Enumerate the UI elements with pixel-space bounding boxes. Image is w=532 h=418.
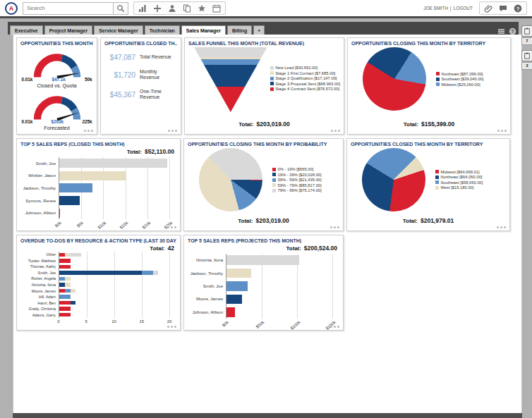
search-icon <box>116 4 125 13</box>
bar-segment <box>59 253 65 257</box>
clipboard-icon[interactable] <box>521 25 532 37</box>
search-input[interactable] <box>23 3 113 14</box>
x-axis-tick-label: $50k <box>255 320 265 329</box>
bar-row <box>59 300 169 306</box>
calendar-icon[interactable] <box>212 4 221 13</box>
bottom-scroll-strip[interactable] <box>13 413 522 418</box>
legend-label: New Lead [$30,652.00] <box>275 66 318 70</box>
tab-project-manager[interactable]: Project Manager <box>44 25 92 35</box>
tab-technician[interactable]: Technician <box>145 25 180 35</box>
metrics-list[interactable]: $47,087Total Revenue$1,720Monthly Revenu… <box>104 54 177 101</box>
metric-row: $1,720Monthly Revenue <box>106 69 176 81</box>
legend-chip <box>272 168 276 171</box>
tab-executive[interactable]: Executive <box>10 25 43 35</box>
bar-segment <box>59 277 65 281</box>
pie-wrap: Northeast [$87,099.00]Southeast [$39,040… <box>351 47 507 111</box>
legend-label: Northeast [$64,050.00] <box>441 175 483 179</box>
legend-label: 39% - 59% [$21,435.00] <box>278 178 322 182</box>
widget-menu-dots[interactable] <box>330 226 339 228</box>
legend-item: Midwest [$29,260.00] <box>436 82 483 87</box>
add-tab-button[interactable]: + <box>253 25 265 35</box>
widget-closing-by-probability: OPPORTUNITIES CLOSING THIS MONTH BY PROB… <box>183 138 344 231</box>
pie-chart[interactable]: 0% - 19% [$565.00]19% - 39% [$20,028.00]… <box>188 148 339 211</box>
total-line: Total:$155,399.00 <box>348 121 510 128</box>
user-name[interactable]: JOE SMITH <box>423 6 448 11</box>
stacked-bar-chart[interactable]: OtherTucker, MatthewThomas, KathySmith, … <box>20 252 176 328</box>
stacked-bar <box>59 301 169 305</box>
stacked-bar <box>59 313 169 316</box>
bar-row <box>59 252 169 258</box>
legend-chip <box>436 72 440 75</box>
pie-chart[interactable]: Northeast [$87,099.00]Southeast [$39,040… <box>351 47 507 111</box>
svg-text:?: ? <box>512 29 514 34</box>
x-axis-tick-label: 15 <box>139 319 144 324</box>
top-bar: A JOE SMITH | LOGOUT ? <box>0 0 532 16</box>
legend-chip <box>270 82 274 85</box>
x-axis-ticks: $0k$50k$100k$150k <box>226 319 332 328</box>
pie-circle <box>363 47 426 111</box>
tab-billing[interactable]: Billing <box>227 25 252 35</box>
bar-segment <box>59 259 71 262</box>
widget-menu-dots[interactable] <box>330 326 339 328</box>
hbar-wrap: Smith, JoeWinkler, JasonJackson, Timothy… <box>20 157 176 229</box>
gauge-max-label: 50k <box>85 77 92 82</box>
bar-chart[interactable]: Ninivirta, IlonaJackson, TimothySmith, J… <box>188 254 339 328</box>
x-axis-tick-label: $10k <box>97 221 107 230</box>
y-axis-label: Tucker, Matthew <box>20 258 59 264</box>
logout-link[interactable]: LOGOUT <box>454 6 473 11</box>
user-menu: JOE SMITH | LOGOUT <box>423 6 473 11</box>
dock-badge: 7 <box>521 37 532 45</box>
y-axis-label: Other <box>20 252 59 258</box>
widget-menu-dots[interactable] <box>167 226 176 228</box>
bar-row <box>59 195 169 207</box>
widget-menu-dots[interactable] <box>497 226 506 228</box>
widget-menu-dots[interactable] <box>497 130 507 132</box>
copy-icon[interactable] <box>183 4 191 13</box>
search-button[interactable] <box>113 3 128 14</box>
plot-area <box>226 254 332 319</box>
legend-item: 39% - 59% [$21,435.00] <box>272 178 322 182</box>
widget-menu-dots[interactable] <box>331 130 340 132</box>
legend-label: 19% - 39% [$20,028.00] <box>278 173 322 177</box>
autotask-logo[interactable]: A <box>5 2 18 15</box>
legend-chip <box>272 173 276 176</box>
total-line: Total:$201,979.01 <box>347 217 509 224</box>
tab-service-manager[interactable]: Service Manager <box>94 25 143 35</box>
chart-legend: Midwest [$64,699.01]Northeast [$64,050.0… <box>435 170 483 190</box>
legend-item: Stage 4 Contract Sent [$78,572.00] <box>270 87 340 91</box>
widget-menu-dots[interactable] <box>167 326 176 328</box>
bar-row <box>226 306 332 319</box>
legend-chip <box>435 186 439 190</box>
clipboard-icon[interactable] <box>521 50 532 61</box>
x-axis-tick-label: $5k <box>76 221 84 228</box>
bar-row <box>59 270 169 276</box>
funnel-chart[interactable]: New Lead [$30,652.00]Stage 1 First Conta… <box>188 47 340 112</box>
gauge-chart[interactable]: 0.01k$47.1k50kClosed vs. Quota0.01k$203k… <box>20 47 93 131</box>
y-axis-label: Winkler, Jason <box>20 170 59 183</box>
tab-sales-manager[interactable]: Sales Manager <box>181 25 226 35</box>
widget-menu-dots[interactable] <box>168 130 177 132</box>
star-icon[interactable] <box>198 4 206 13</box>
chat-icon[interactable] <box>499 4 507 13</box>
link-icon[interactable] <box>484 4 492 13</box>
widget-title: OPPORTUNITIES CLOSED TH... <box>104 41 177 46</box>
chart-icon[interactable] <box>138 4 147 13</box>
menu-icon[interactable] <box>497 25 505 33</box>
contact-icon[interactable] <box>168 4 176 13</box>
widget-menu-dots[interactable] <box>84 130 93 132</box>
pie-chart[interactable]: Midwest [$64,699.01]Northeast [$64,050.0… <box>351 148 506 211</box>
bar-segment <box>153 271 159 274</box>
dashboard-content: OPPORTUNITIES THIS MONTH 0.01k$47.1k50kC… <box>13 35 522 418</box>
bar-chart[interactable]: Smith, JoeWinkler, JasonJackson, Timothy… <box>20 157 176 229</box>
tab-help-icon[interactable]: ? <box>509 25 516 33</box>
bar-row <box>59 264 169 270</box>
funnel-segment <box>194 87 267 112</box>
add-icon[interactable] <box>153 4 162 13</box>
legend-item: 79% - 99% [$75,174.00] <box>272 188 322 192</box>
bar <box>59 159 167 168</box>
bar <box>226 307 235 317</box>
help-icon[interactable]: ? <box>514 4 522 13</box>
y-axis-label: Symons, Renee <box>20 195 59 207</box>
y-axis-label: Johnson, Allison <box>20 207 59 219</box>
widget-title: OVERDUE TO-DOS BY RESOURCE & ACTION TYPE… <box>20 238 176 243</box>
